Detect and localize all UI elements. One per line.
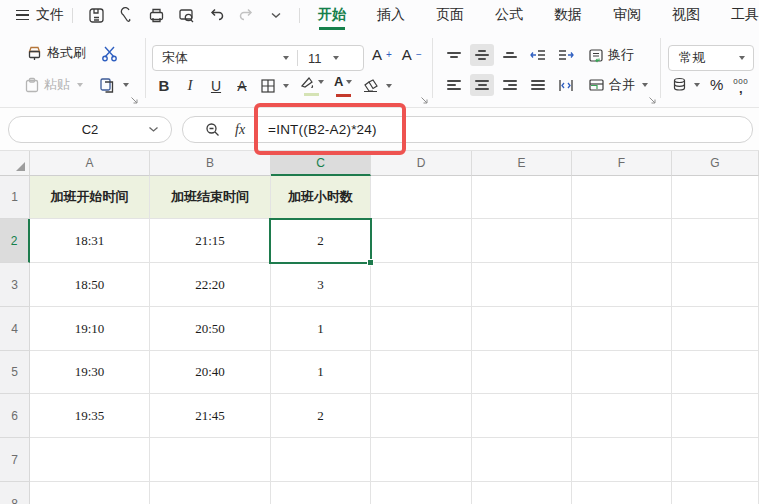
select-all-button[interactable]	[0, 151, 30, 176]
cell-B1[interactable]: 加班结束时间	[150, 176, 271, 219]
strikethrough-button[interactable]: A	[230, 75, 254, 97]
cell-A5[interactable]: 19:30	[30, 351, 150, 394]
currency-caret[interactable]	[694, 83, 700, 87]
cell-F8[interactable]	[572, 482, 672, 504]
decrease-font-button[interactable]: A−	[402, 46, 422, 63]
print-preview-icon[interactable]	[177, 6, 195, 24]
cell-B6[interactable]: 21:45	[150, 394, 271, 438]
cell-B4[interactable]: 20:50	[150, 307, 271, 351]
tab-review[interactable]: 审阅	[613, 0, 641, 30]
font-name-select[interactable]: 宋体	[162, 49, 280, 67]
currency-format-button[interactable]	[672, 77, 700, 92]
paste-button[interactable]: 粘贴	[24, 76, 83, 94]
row-header-1[interactable]: 1	[0, 176, 30, 219]
cell-D3[interactable]	[371, 263, 472, 307]
bold-button[interactable]: B	[152, 75, 176, 97]
font-name-caret[interactable]	[283, 56, 289, 60]
tab-data[interactable]: 数据	[554, 0, 582, 30]
cell-A7[interactable]	[30, 438, 150, 482]
cell-B5[interactable]: 20:40	[150, 351, 271, 394]
tab-home[interactable]: 开始	[318, 0, 346, 30]
increase-indent-button[interactable]	[554, 44, 578, 66]
cell-D4[interactable]	[371, 307, 472, 351]
name-box[interactable]: C2	[8, 116, 172, 143]
font-size-caret[interactable]	[333, 56, 339, 60]
column-header-B[interactable]: B	[150, 151, 271, 176]
chevron-down-icon[interactable]	[267, 6, 285, 24]
cut-icon[interactable]	[100, 45, 119, 62]
row-header-8[interactable]: 8	[0, 482, 30, 504]
row-header-2[interactable]: 2	[0, 219, 30, 263]
cell-A6[interactable]: 19:35	[30, 394, 150, 438]
cell-C5[interactable]: 1	[271, 351, 371, 394]
export-icon[interactable]	[117, 6, 135, 24]
cell-C4[interactable]: 1	[271, 307, 371, 351]
cell-C1[interactable]: 加班小时数	[271, 176, 371, 219]
cell-G6[interactable]	[672, 394, 759, 438]
clipboard-dialog-launcher-icon[interactable]	[130, 96, 139, 105]
tab-view[interactable]: 视图	[672, 0, 700, 30]
align-right-button[interactable]	[498, 74, 522, 96]
align-top-button[interactable]	[442, 44, 466, 66]
print-icon[interactable]	[147, 6, 165, 24]
cell-C3[interactable]: 3	[271, 263, 371, 307]
cell-D7[interactable]	[371, 438, 472, 482]
cell-B8[interactable]	[150, 482, 271, 504]
cell-F5[interactable]	[572, 351, 672, 394]
number-format-caret[interactable]	[739, 56, 745, 60]
cell-G8[interactable]	[672, 482, 759, 504]
cell-C6[interactable]: 2	[271, 394, 371, 438]
underline-button[interactable]: U	[204, 75, 228, 97]
percent-format-button[interactable]: %	[710, 76, 723, 93]
cell-E1[interactable]	[472, 176, 572, 219]
cell-E2[interactable]	[472, 219, 572, 263]
row-header-6[interactable]: 6	[0, 394, 30, 438]
cell-A3[interactable]: 18:50	[30, 263, 150, 307]
cell-E6[interactable]	[472, 394, 572, 438]
align-middle-button[interactable]	[470, 44, 494, 66]
cell-E7[interactable]	[472, 438, 572, 482]
cell-G5[interactable]	[672, 351, 759, 394]
formula-text[interactable]: =INT((B2-A2)*24)	[268, 122, 377, 137]
name-box-caret[interactable]	[148, 126, 159, 133]
column-header-G[interactable]: G	[672, 151, 759, 176]
cell-B3[interactable]: 22:20	[150, 263, 271, 307]
column-header-E[interactable]: E	[472, 151, 572, 176]
cell-D5[interactable]	[371, 351, 472, 394]
cell-B2[interactable]: 21:15	[150, 219, 271, 263]
align-left-button[interactable]	[442, 74, 466, 96]
column-header-C[interactable]: C	[271, 151, 371, 176]
formula-input-area[interactable]: fx =INT((B2-A2)*24)	[182, 116, 753, 143]
tab-formulas[interactable]: 公式	[495, 0, 523, 30]
cell-D6[interactable]	[371, 394, 472, 438]
number-format-select[interactable]: 常规	[668, 45, 754, 71]
cell-G2[interactable]	[672, 219, 759, 263]
copy-dropdown-caret[interactable]	[123, 83, 129, 87]
text-spacing-button[interactable]	[554, 74, 578, 96]
row-header-4[interactable]: 4	[0, 307, 30, 351]
cell-E8[interactable]	[472, 482, 572, 504]
clear-format-button[interactable]	[362, 79, 392, 93]
cell-C7[interactable]	[271, 438, 371, 482]
file-menu[interactable]: 文件	[36, 6, 64, 24]
cell-E5[interactable]	[472, 351, 572, 394]
column-header-F[interactable]: F	[572, 151, 672, 176]
merge-cells-button[interactable]: 合并	[588, 76, 648, 94]
fill-color-caret[interactable]	[318, 80, 324, 84]
justify-button[interactable]	[526, 74, 550, 96]
increase-font-button[interactable]: A+	[372, 46, 392, 63]
font-dialog-launcher-icon[interactable]	[420, 96, 429, 105]
merge-caret[interactable]	[642, 83, 648, 87]
borders-caret[interactable]	[283, 84, 289, 88]
cell-F3[interactable]	[572, 263, 672, 307]
row-header-5[interactable]: 5	[0, 351, 30, 394]
cell-A2[interactable]: 18:31	[30, 219, 150, 263]
format-painter-button[interactable]: 格式刷	[26, 44, 86, 62]
cell-D8[interactable]	[371, 482, 472, 504]
cell-F6[interactable]	[572, 394, 672, 438]
cell-F1[interactable]	[572, 176, 672, 219]
tab-page[interactable]: 页面	[436, 0, 464, 30]
cell-A1[interactable]: 加班开始时间	[30, 176, 150, 219]
cell-F4[interactable]	[572, 307, 672, 351]
magnifier-minus-icon[interactable]	[205, 122, 221, 138]
